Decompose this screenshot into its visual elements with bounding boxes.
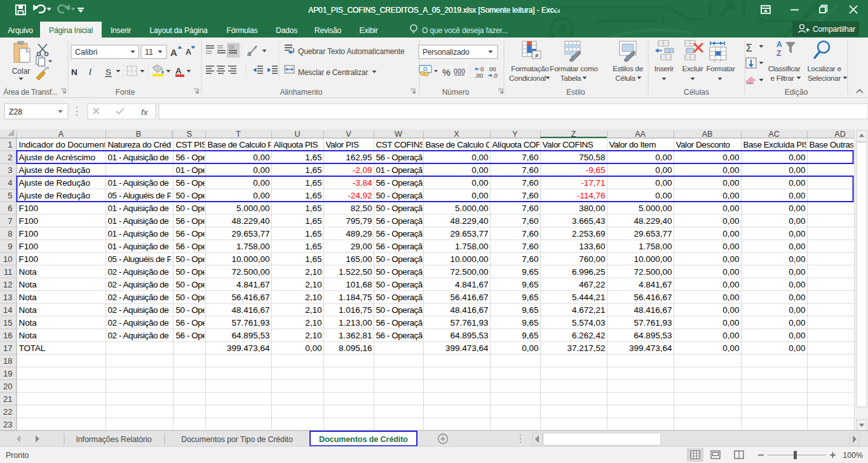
svg-text:9,65: 9,65 — [522, 293, 538, 302]
svg-text:7,60: 7,60 — [522, 216, 538, 226]
svg-text:AD: AD — [834, 130, 845, 139]
svg-text:0,00: 0,00 — [789, 153, 805, 162]
svg-text:Fonte: Fonte — [116, 88, 135, 97]
svg-text:Pronto: Pronto — [6, 451, 29, 460]
svg-text:3.665,43: 3.665,43 — [572, 216, 606, 226]
svg-text:Nota: Nota — [19, 293, 37, 302]
svg-text:1.758,00: 1.758,00 — [236, 242, 270, 251]
svg-text:5.000,00: 5.000,00 — [236, 204, 270, 213]
svg-text:399.473,64: 399.473,64 — [227, 343, 270, 353]
svg-text:11: 11 — [145, 48, 153, 57]
svg-text:0,00: 0,00 — [655, 191, 672, 200]
svg-text:A: A — [175, 66, 182, 76]
svg-text:2,10: 2,10 — [305, 280, 322, 289]
svg-text:0,00: 0,00 — [722, 204, 739, 213]
svg-text:Personalizado: Personalizado — [423, 48, 470, 57]
svg-text:A: A — [776, 40, 782, 49]
svg-text:%: % — [442, 67, 451, 78]
svg-text:0,00: 0,00 — [722, 267, 739, 277]
svg-text:0,00: 0,00 — [722, 254, 739, 264]
svg-text:-114,76: -114,76 — [577, 191, 606, 200]
svg-text:Células: Células — [684, 88, 709, 97]
svg-text:Quebrar Texto Automaticamente: Quebrar Texto Automaticamente — [298, 47, 405, 56]
svg-text:Tabela: Tabela — [560, 74, 581, 82]
svg-text:72.500,00: 72.500,00 — [450, 267, 488, 277]
svg-text:8.095,16: 8.095,16 — [339, 343, 372, 353]
svg-text:2,10: 2,10 — [305, 293, 322, 302]
svg-text:5.000,00: 5.000,00 — [455, 204, 489, 213]
svg-text:72.500,00: 72.500,00 — [634, 267, 672, 277]
svg-text:10.000,00: 10.000,00 — [231, 254, 269, 264]
svg-text:Revisão: Revisão — [315, 26, 342, 35]
svg-text:Formatar: Formatar — [706, 64, 735, 73]
svg-text:Layout da Página: Layout da Página — [150, 26, 208, 35]
svg-text:4.841,67: 4.841,67 — [639, 280, 672, 289]
svg-text:2,10: 2,10 — [305, 318, 322, 328]
svg-text:9: 9 — [8, 242, 12, 251]
svg-text:1.362,81: 1.362,81 — [339, 331, 372, 340]
svg-text:Ajuste de Acréscimo: Ajuste de Acréscimo — [19, 153, 95, 162]
svg-text:0,00: 0,00 — [789, 229, 805, 238]
svg-text:Calibri: Calibri — [75, 48, 97, 57]
svg-text:7,60: 7,60 — [522, 204, 538, 213]
svg-text:Nota: Nota — [19, 305, 37, 315]
svg-text:TOTAL: TOTAL — [19, 343, 46, 353]
svg-text:489,29: 489,29 — [346, 229, 372, 238]
svg-text:4.841,67: 4.841,67 — [236, 280, 270, 289]
svg-text:19: 19 — [3, 369, 12, 378]
svg-text:165,00: 165,00 — [346, 254, 372, 264]
svg-text:0,00: 0,00 — [789, 343, 805, 353]
svg-text:1.758,00: 1.758,00 — [455, 242, 489, 251]
svg-text:7,60: 7,60 — [522, 229, 538, 238]
svg-text:9,65: 9,65 — [522, 318, 538, 328]
svg-text:5.444,21: 5.444,21 — [572, 293, 606, 302]
svg-text:AB: AB — [702, 130, 713, 139]
svg-text:AP01_PIS_COFINS_CREDITOS_A_05_: AP01_PIS_COFINS_CREDITOS_A_05_2019.xlsx … — [308, 6, 559, 15]
svg-text:6.996,25: 6.996,25 — [572, 267, 606, 277]
svg-text:467,22: 467,22 — [579, 280, 605, 289]
svg-text:399.473,64: 399.473,64 — [629, 343, 672, 353]
svg-text:0,00: 0,00 — [471, 191, 488, 200]
svg-text:Condicional: Condicional — [509, 74, 546, 82]
svg-text:≠: ≠ — [534, 52, 538, 59]
svg-text:6.262,42: 6.262,42 — [572, 331, 606, 340]
svg-text:F100: F100 — [19, 242, 38, 251]
svg-text:0,00: 0,00 — [789, 178, 805, 188]
svg-text:7,60: 7,60 — [522, 254, 538, 264]
svg-text:,0: ,0 — [492, 72, 498, 79]
svg-text:0,00: 0,00 — [722, 331, 739, 340]
svg-text:0,00: 0,00 — [789, 165, 805, 175]
svg-text:37.217,52: 37.217,52 — [567, 343, 605, 353]
svg-text:-3,84: -3,84 — [353, 178, 372, 188]
svg-text:Nota: Nota — [19, 318, 37, 328]
svg-text:Z28: Z28 — [9, 107, 22, 116]
svg-text:64.895,53: 64.895,53 — [450, 331, 488, 340]
svg-text:0,00: 0,00 — [722, 343, 739, 353]
svg-text:10.000,00: 10.000,00 — [634, 254, 672, 264]
svg-text:Arquivo: Arquivo — [8, 26, 33, 35]
svg-text:Nota: Nota — [19, 267, 37, 277]
svg-text:S: S — [105, 67, 111, 77]
svg-text:82,50: 82,50 — [351, 204, 372, 213]
svg-text:Dados: Dados — [276, 26, 297, 35]
svg-text:Estilos de: Estilos de — [613, 64, 643, 73]
svg-text:64.895,53: 64.895,53 — [634, 331, 672, 340]
svg-text:a: a — [247, 50, 252, 57]
svg-text:Formatação: Formatação — [511, 64, 549, 73]
svg-text:1.184,75: 1.184,75 — [339, 293, 372, 302]
svg-text:16: 16 — [3, 331, 12, 340]
svg-text:100%: 100% — [843, 451, 863, 460]
svg-text:795,79: 795,79 — [346, 216, 372, 226]
svg-text:F100: F100 — [19, 216, 38, 226]
svg-text:1,65: 1,65 — [305, 242, 322, 251]
svg-text:Exibir: Exibir — [360, 26, 378, 35]
svg-text:7,60: 7,60 — [522, 153, 538, 162]
svg-text:Formatar como: Formatar como — [550, 64, 598, 73]
svg-text:Base Excluída PIS: Base Excluída PIS — [743, 140, 810, 149]
svg-text:0,00: 0,00 — [471, 165, 488, 175]
svg-text:Valor Desconto: Valor Desconto — [676, 140, 730, 149]
svg-text:1,65: 1,65 — [305, 191, 322, 200]
svg-text:48.229,40: 48.229,40 — [231, 216, 269, 226]
svg-text:1,65: 1,65 — [305, 229, 322, 238]
svg-text:14: 14 — [3, 305, 12, 315]
